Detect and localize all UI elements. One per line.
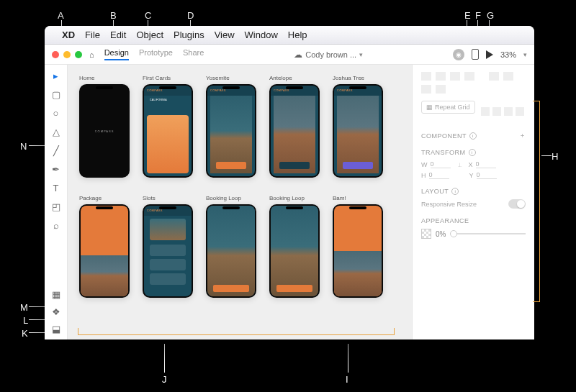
appearance-section: APPEARANCE: [421, 217, 526, 224]
user-avatar-icon[interactable]: ◉: [453, 49, 464, 60]
mode-tabs: Design Prototype Share: [104, 48, 204, 60]
artboard-title[interactable]: Yosemite: [206, 75, 256, 81]
artboard[interactable]: Bam!: [333, 195, 383, 298]
minimize-icon[interactable]: [63, 51, 71, 58]
callout-n: N: [20, 141, 27, 152]
polygon-tool-icon[interactable]: △: [51, 127, 61, 137]
tab-design[interactable]: Design: [104, 48, 129, 60]
height-label: H: [421, 172, 426, 179]
align-right-icon[interactable]: [450, 72, 460, 81]
repeat-grid-button[interactable]: ▦ Repeat Grid: [421, 101, 475, 114]
callout-m: M: [20, 302, 28, 313]
artboard-title[interactable]: Booking Loop: [206, 195, 256, 201]
artboard-row-1: Home COMPASS First Cards COMPASSCALIFORN…: [79, 75, 400, 178]
document-title[interactable]: ☁ Cody brown ... ▾: [204, 50, 453, 60]
callout-h: H: [552, 151, 558, 162]
play-icon[interactable]: [486, 50, 493, 59]
align-top-icon[interactable]: [464, 72, 474, 81]
opacity-slider[interactable]: [450, 233, 526, 234]
screen-head: COMPASS: [144, 206, 192, 216]
property-inspector: ▦ Repeat Grid COMPONENTi＋ TRANSFORMi W ⟂…: [412, 65, 534, 339]
menu-help[interactable]: Help: [288, 29, 307, 40]
add-component-icon[interactable]: ＋: [519, 131, 526, 140]
chevron-down-icon: ▾: [359, 51, 363, 58]
callout-j: J: [162, 374, 167, 385]
opacity-value: 0%: [436, 230, 446, 238]
maximize-icon[interactable]: [75, 51, 82, 58]
menu-object[interactable]: Object: [136, 29, 163, 40]
align-center-h-icon[interactable]: [436, 72, 446, 81]
pen-tool-icon[interactable]: ✒: [51, 164, 61, 174]
width-label: W: [421, 161, 428, 168]
y-input[interactable]: [477, 171, 497, 179]
artboard[interactable]: Home COMPASS: [79, 75, 130, 178]
zoom-chevron-icon[interactable]: ▾: [523, 51, 527, 58]
artboard[interactable]: Joshua Tree COMPASS: [333, 75, 383, 178]
component-section: COMPONENTi＋: [421, 131, 526, 140]
close-icon[interactable]: [52, 51, 59, 58]
artboard[interactable]: Antelope COMPASS: [269, 75, 320, 178]
artboard-tool-icon[interactable]: ◰: [51, 201, 61, 211]
macos-menubar: XD File Edit Object Plugins View Window …: [45, 26, 534, 45]
home-icon[interactable]: ⌂: [89, 50, 94, 59]
artboard[interactable]: Booking Loop: [269, 195, 320, 298]
height-input[interactable]: [429, 171, 449, 179]
boolean-exclude-icon[interactable]: [516, 107, 524, 116]
align-left-icon[interactable]: [421, 72, 431, 81]
artboard[interactable]: Yosemite COMPASS: [206, 75, 256, 178]
menu-edit[interactable]: Edit: [110, 29, 126, 40]
responsive-resize-row: Responsive Resize: [421, 199, 526, 209]
boolean-add-icon[interactable]: [481, 107, 490, 116]
callout-f: F: [475, 10, 481, 21]
ellipse-tool-icon[interactable]: ○: [51, 108, 61, 118]
callout-e: E: [464, 10, 471, 21]
artboard[interactable]: Package: [79, 195, 130, 298]
menu-window[interactable]: Window: [245, 29, 278, 40]
screen-head: COMPASS: [271, 86, 318, 96]
menu-app[interactable]: XD: [62, 29, 75, 40]
assets-icon[interactable]: ▦: [51, 289, 61, 299]
canvas[interactable]: Home COMPASS First Cards COMPASSCALIFORN…: [68, 65, 412, 339]
artboard-title[interactable]: Booking Loop: [269, 195, 320, 201]
artboard-title[interactable]: Package: [79, 195, 130, 201]
artboard-title[interactable]: Joshua Tree: [333, 75, 383, 81]
distribute-v-icon[interactable]: [436, 85, 446, 94]
artboard-title[interactable]: Slots: [143, 195, 193, 201]
artboard[interactable]: Slots COMPASS: [143, 195, 193, 298]
doc-title-text: Cody brown ...: [305, 50, 356, 59]
zoom-tool-icon[interactable]: ⌕: [51, 220, 61, 230]
menu-plugins[interactable]: Plugins: [174, 29, 204, 40]
artboard[interactable]: First Cards COMPASSCALIFORNIA: [143, 75, 193, 178]
text-tool-icon[interactable]: T: [51, 183, 61, 193]
info-icon[interactable]: i: [451, 188, 459, 195]
artboard[interactable]: Booking Loop: [206, 195, 256, 298]
line-tool-icon[interactable]: ╱: [51, 145, 61, 155]
artboard-title[interactable]: Bam!: [333, 195, 383, 201]
plugins-icon[interactable]: ⬓: [51, 324, 61, 334]
distribute-h-icon[interactable]: [421, 85, 431, 94]
screen-label: COMPASS: [81, 129, 128, 133]
width-input[interactable]: [431, 160, 451, 168]
artboard-title[interactable]: First Cards: [143, 75, 193, 81]
zoom-value[interactable]: 33%: [500, 50, 516, 59]
tab-share[interactable]: Share: [183, 48, 204, 60]
menu-view[interactable]: View: [215, 29, 235, 40]
device-preview-icon[interactable]: [472, 49, 479, 60]
artboard-title[interactable]: Home: [79, 75, 130, 81]
align-middle-icon[interactable]: [489, 72, 499, 81]
callout-b: B: [110, 10, 117, 21]
boolean-intersect-icon[interactable]: [504, 107, 513, 116]
info-icon[interactable]: i: [469, 132, 477, 140]
align-bottom-icon[interactable]: [503, 72, 513, 81]
responsive-toggle[interactable]: [508, 199, 526, 209]
layers-icon[interactable]: ❖: [51, 306, 61, 316]
opacity-swatch-icon[interactable]: [421, 229, 431, 239]
x-input[interactable]: [476, 160, 496, 168]
info-icon[interactable]: i: [469, 149, 476, 156]
rectangle-tool-icon[interactable]: ▢: [51, 89, 61, 99]
menu-file[interactable]: File: [85, 29, 100, 40]
tab-prototype[interactable]: Prototype: [139, 48, 173, 60]
select-tool-icon[interactable]: ▸: [51, 70, 61, 81]
artboard-title[interactable]: Antelope: [269, 75, 320, 81]
boolean-subtract-icon[interactable]: [492, 107, 501, 116]
